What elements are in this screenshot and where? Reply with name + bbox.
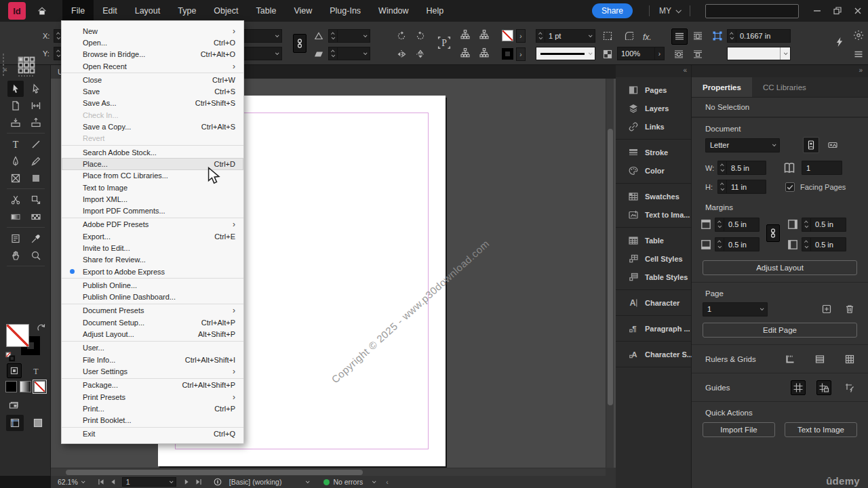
menu-file[interactable]: File — [62, 0, 94, 22]
frame-tool-icon[interactable] — [7, 170, 24, 186]
import-file-button[interactable]: Import File — [703, 422, 775, 437]
opacity-field[interactable]: 100%› — [617, 47, 665, 60]
select-container-icon[interactable]: P — [437, 35, 452, 50]
panel-tab-table[interactable]: Table — [616, 231, 691, 249]
menu-item-save-a-copy[interactable]: Save a Copy...Ctrl+Alt+S — [62, 121, 243, 132]
menu-object[interactable]: Object — [205, 0, 247, 22]
smart-guides-icon[interactable] — [842, 380, 857, 395]
first-page-button[interactable] — [96, 477, 106, 487]
formatting-affects-text-icon[interactable]: T — [28, 363, 43, 378]
rotate-ccw-icon[interactable] — [415, 30, 426, 41]
panel-menu-icon[interactable] — [853, 49, 864, 60]
panel-tab-text-to-ima[interactable]: Text to Ima... — [616, 205, 691, 224]
panel-tab-layers[interactable]: Layers — [616, 99, 691, 117]
edit-page-button[interactable]: Edit Page — [703, 323, 857, 338]
menu-item-check-in[interactable]: Check In... — [62, 109, 243, 121]
content-placer-icon[interactable] — [28, 115, 44, 131]
constrain-proportions-link-icon[interactable] — [293, 34, 307, 53]
portrait-orientation-button[interactable] — [803, 137, 819, 153]
menu-window[interactable]: Window — [370, 0, 417, 22]
menu-item-open-recent[interactable]: Open Recent› — [62, 60, 243, 72]
corner-shape-icon[interactable] — [624, 30, 635, 41]
horizontal-scrollbar[interactable] — [51, 468, 606, 476]
select-next-object-icon[interactable] — [479, 29, 490, 40]
preflight-status-dropdown[interactable]: No errors — [323, 478, 363, 486]
flip-horizontal-icon[interactable] — [396, 49, 407, 60]
pen-tool-icon[interactable] — [7, 153, 24, 169]
close-button[interactable] — [848, 0, 868, 22]
menu-layout[interactable]: Layout — [126, 0, 170, 22]
panel-tab-color[interactable]: Color — [616, 161, 691, 180]
rectangle-tool-icon[interactable] — [28, 170, 44, 186]
vertical-scrollbar-thumb[interactable] — [608, 129, 613, 405]
height-field[interactable]: 11 in — [717, 180, 766, 194]
menu-item-adjust-layout[interactable]: Adjust Layout...Alt+Shift+P — [62, 328, 243, 340]
shear-angle-field[interactable] — [328, 47, 370, 60]
eyedropper-tool-icon[interactable] — [28, 230, 44, 247]
share-button[interactable]: Share — [592, 3, 633, 18]
menu-plug-ins[interactable]: Plug-Ins — [321, 0, 370, 22]
menu-item-invite-to-edit[interactable]: Invite to Edit... — [62, 242, 243, 253]
ruler-icon[interactable] — [783, 352, 797, 367]
menu-item-adobe-pdf-presets[interactable]: Adobe PDF Presets› — [62, 219, 243, 230]
swap-fill-stroke-icon[interactable] — [36, 323, 47, 333]
menu-item-save[interactable]: SaveCtrl+S — [62, 85, 243, 97]
corner-options-icon[interactable] — [602, 30, 613, 41]
reference-point-grid-icon[interactable] — [18, 56, 35, 74]
baseline-grid-icon[interactable] — [812, 352, 827, 367]
menu-item-print-booklet[interactable]: Print Booklet... — [62, 415, 243, 426]
zoom-tool-icon[interactable] — [28, 247, 44, 264]
panel-tab-cell-styles[interactable]: Cell Styles — [616, 249, 691, 268]
collapse-panel-icon[interactable]: » — [692, 65, 868, 77]
text-wrap-jump-icon[interactable] — [692, 49, 703, 60]
menu-item-open[interactable]: Open...Ctrl+O — [62, 37, 243, 48]
direct-selection-icon[interactable] — [28, 81, 44, 97]
toolbar-drag-handle[interactable] — [18, 75, 34, 77]
search-input[interactable] — [705, 4, 799, 18]
quick-apply-lightning-icon[interactable] — [834, 37, 845, 47]
menu-item-publish-online[interactable]: Publish Online... — [62, 279, 243, 291]
menu-item-file-info[interactable]: File Info...Ctrl+Alt+Shift+I — [62, 354, 243, 365]
selection-icon[interactable] — [7, 81, 24, 97]
margin-top-field[interactable]: 0.5 in — [715, 218, 760, 232]
text-wrap-bounding-box-icon[interactable] — [692, 30, 703, 41]
gap-tool-icon[interactable] — [28, 98, 44, 114]
dock-panel-icon[interactable] — [8, 400, 19, 411]
tab-cc-libraries[interactable]: CC Libraries — [752, 77, 817, 97]
line-tool-icon[interactable] — [28, 136, 44, 152]
apply-gradient-swatch[interactable] — [20, 381, 31, 392]
minimize-button[interactable] — [807, 0, 827, 22]
margin-bottom-field[interactable]: 0.5 in — [715, 237, 760, 251]
margin-outside-field[interactable]: 0.5 in — [802, 237, 846, 251]
page-size-dropdown[interactable]: Letter — [705, 138, 780, 152]
menu-item-import-xml[interactable]: Import XML... — [62, 193, 243, 205]
horizontal-scrollbar-thumb[interactable] — [66, 470, 363, 475]
rotate-cw-icon[interactable] — [396, 30, 407, 41]
menu-item-save-as[interactable]: Save As...Ctrl+Shift+S — [62, 98, 243, 109]
text-to-image-button[interactable]: Text to Image — [785, 422, 857, 437]
pages-count-field[interactable]: 1 — [802, 161, 842, 175]
stroke-style-dropdown[interactable] — [536, 47, 595, 60]
menu-type[interactable]: Type — [169, 0, 205, 22]
expand-dock-icon[interactable]: « — [616, 65, 691, 77]
text-wrap-object-icon[interactable] — [673, 49, 684, 60]
fill-swatch-none[interactable] — [6, 324, 29, 347]
fill-flyout-button[interactable]: › — [516, 29, 526, 43]
apply-color-swatch[interactable] — [5, 381, 17, 392]
panel-tab-paragraph[interactable]: ¶Paragraph ... — [616, 319, 691, 338]
tab-properties[interactable]: Properties — [692, 77, 752, 97]
preflight-icon[interactable] — [213, 477, 222, 487]
page-select-dropdown[interactable]: 1 — [703, 302, 768, 317]
object-style-dropdown[interactable] — [727, 47, 791, 60]
gradient-feather-tool-icon[interactable] — [28, 209, 44, 225]
menu-item-print-presets[interactable]: Print Presets› — [62, 391, 243, 403]
panel-tab-pages[interactable]: Pages — [616, 81, 691, 99]
note-tool-icon[interactable] — [7, 230, 24, 247]
page-number-field[interactable]: 1 — [122, 477, 176, 487]
menu-item-exit[interactable]: ExitCtrl+Q — [62, 428, 243, 440]
menu-item-close[interactable]: CloseCtrl+W — [62, 74, 243, 85]
chevron-down-icon[interactable] — [306, 481, 309, 483]
preview-mode-button[interactable] — [29, 415, 47, 431]
next-page-button[interactable] — [182, 477, 191, 487]
last-page-button[interactable] — [194, 477, 203, 487]
